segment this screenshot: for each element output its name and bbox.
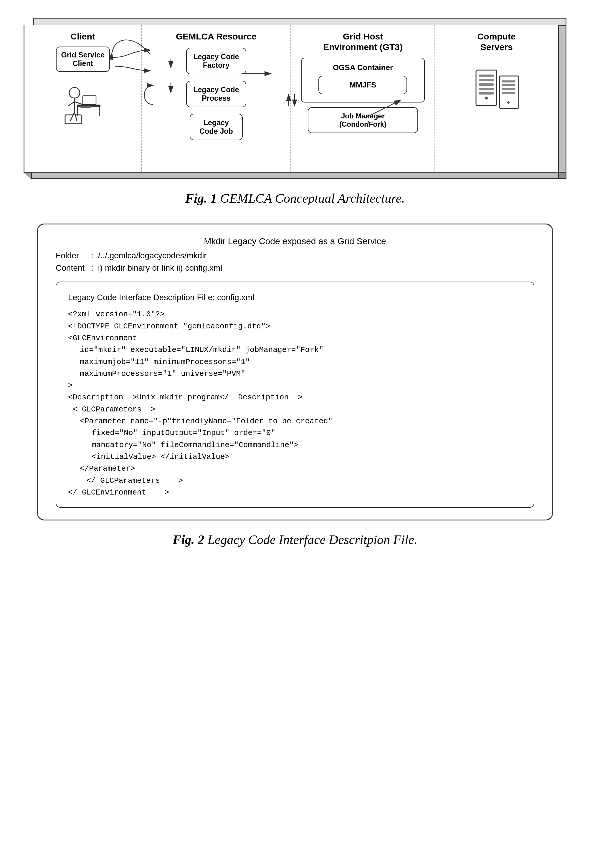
code-line-6: > <box>68 380 522 391</box>
col-gemlca-title: GEMLCA Resource <box>171 25 261 45</box>
col-client-title: Client <box>66 25 100 45</box>
code-line-0: <?xml version="1.0"?> <box>68 309 522 320</box>
svg-rect-25 <box>502 80 515 83</box>
code-line-11: mandatory="No" fileCommandline="Commandl… <box>68 439 522 451</box>
folder-label: Folder <box>56 251 91 260</box>
col-grid: Grid Host Environment (GT3) OGSA Contain… <box>291 25 435 172</box>
arch-body-row: Client Grid ServiceClient <box>24 25 566 173</box>
code-line-3: id="mkdir" executable="LINUX/mkdir" jobM… <box>68 344 522 356</box>
svg-rect-27 <box>502 88 515 90</box>
figure2-outer-box: Mkdir Legacy Code exposed as a Grid Serv… <box>37 224 553 520</box>
svg-line-2 <box>68 102 75 106</box>
code-block: <?xml version="1.0"?> <!DOCTYPE GLCEnvir… <box>68 309 522 498</box>
arch-right-3d-edge <box>559 25 566 173</box>
svg-line-5 <box>75 112 77 121</box>
content-line: Content : i) mkdir binary or link ii) co… <box>56 263 534 273</box>
legacy-code-job-box: LegacyCode Job <box>190 114 243 140</box>
grid-service-client-box: Grid ServiceClient <box>56 47 110 72</box>
content-label: Content <box>56 263 91 273</box>
svg-point-0 <box>69 87 80 98</box>
fig2-inner-title: Legacy Code Interface Description Fil e:… <box>68 291 522 304</box>
job-manager-box: Job Manager(Condor/Fork) <box>308 107 418 133</box>
col-compute: ComputeServers <box>435 25 558 172</box>
code-line-15: </ GLCEnvironment > <box>68 487 522 498</box>
svg-rect-21 <box>479 88 494 90</box>
svg-point-23 <box>485 97 488 100</box>
svg-rect-28 <box>502 92 515 94</box>
code-line-4: maximumjob="11" minimumProcessors="1" <box>68 356 522 368</box>
fig2-caption-text: Legacy Code Interface Descritpion File. <box>208 533 417 547</box>
folder-sep: : <box>91 251 93 260</box>
mmjfs-box: MMJFS <box>319 76 407 94</box>
fig1-caption: Fig. 1 GEMLCA Conceptual Architecture. <box>24 191 566 206</box>
code-line-12: <initialValue> </initialValue> <box>68 451 522 463</box>
fig1-caption-text: GEMLCA Conceptual Architecture. <box>220 191 405 205</box>
fig2-inner-box: Legacy Code Interface Description Fil e:… <box>56 282 534 508</box>
svg-rect-13 <box>83 96 96 105</box>
svg-rect-26 <box>502 84 515 86</box>
svg-rect-20 <box>479 83 494 86</box>
code-line-10: fixed="No" inputOutput="Input" order="0" <box>68 427 522 439</box>
content-value: i) mkdir binary or link ii) config.xml <box>98 263 223 273</box>
code-line-13: </Parameter> <box>68 463 522 474</box>
col-client: Client Grid ServiceClient <box>24 25 142 172</box>
ogsa-label: OGSA Container <box>308 63 418 72</box>
svg-line-4 <box>71 112 75 121</box>
fig2-caption: Fig. 2 Legacy Code Interface Descritpion… <box>24 532 566 547</box>
svg-rect-22 <box>479 92 494 94</box>
content-sep: : <box>91 263 93 273</box>
legacy-code-factory-box: Legacy CodeFactory <box>186 48 246 74</box>
folder-value: /../.gemlca/legacycodes/mkdir <box>98 251 207 260</box>
folder-line: Folder : /../.gemlca/legacycodes/mkdir <box>56 251 534 260</box>
col-gemlca: GEMLCA Resource Legacy CodeFactory Legac… <box>142 25 291 172</box>
server-rack-figure <box>470 58 523 147</box>
col-compute-title: ComputeServers <box>473 25 520 55</box>
code-line-2: <GLCEnvironment <box>68 332 522 344</box>
person-figure <box>59 77 106 136</box>
code-line-9: <Parameter name="-p"friendlyName="Folder… <box>68 415 522 427</box>
code-line-14: </ GLCParameters > <box>68 475 522 487</box>
ogsa-container-box: OGSA Container MMJFS <box>301 58 425 102</box>
fig2-outer-title: Mkdir Legacy Code exposed as a Grid Serv… <box>56 236 534 246</box>
figure1-container: Client Grid ServiceClient <box>24 18 566 206</box>
legacy-code-process-box: Legacy CodeProcess <box>186 81 246 107</box>
svg-rect-16 <box>80 106 91 108</box>
code-line-1: <!DOCTYPE GLCEnvironment "gemlcaconfig.d… <box>68 320 522 332</box>
col-grid-title: Grid Host Environment (GT3) <box>319 25 407 55</box>
arch-body-main: Client Grid ServiceClient <box>24 25 559 173</box>
arch-bottom-3d <box>24 173 566 179</box>
svg-point-29 <box>507 101 510 104</box>
fig2-num: Fig. 2 <box>173 533 204 547</box>
code-line-7: <Description >Unix mkdir program</ Descr… <box>68 391 522 403</box>
code-line-8: < GLCParameters > <box>68 403 522 415</box>
code-line-5: maximumProcessors="1" universe="PVM" <box>68 368 522 380</box>
svg-line-3 <box>75 102 83 105</box>
fig1-num: Fig. 1 <box>185 191 217 205</box>
architecture-diagram: Client Grid ServiceClient <box>24 18 566 179</box>
svg-rect-19 <box>479 79 494 81</box>
svg-rect-18 <box>479 75 494 77</box>
